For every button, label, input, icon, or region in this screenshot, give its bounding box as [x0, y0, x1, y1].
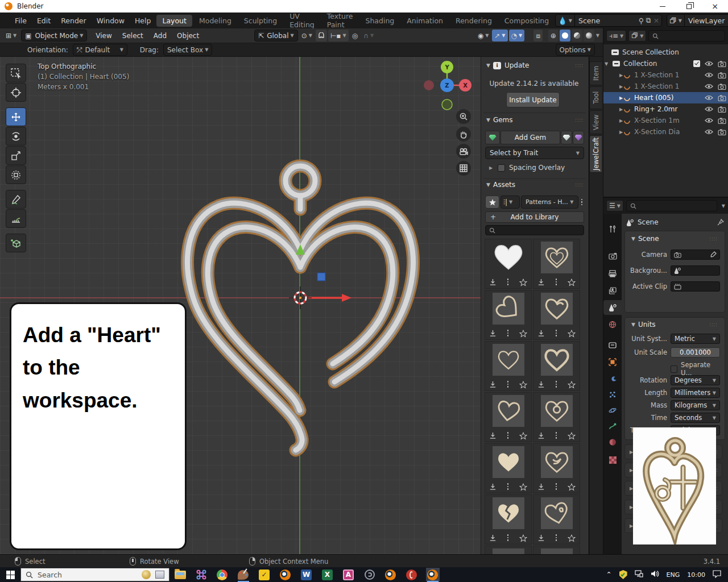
active-clip-field[interactable]	[671, 281, 720, 292]
measure-tool[interactable]	[6, 209, 26, 228]
asset-heart-solid-3d[interactable]	[485, 239, 532, 289]
menu-help[interactable]: Help	[130, 13, 156, 28]
shading-rendered-button[interactable]	[584, 30, 594, 41]
transform-orientation-dropdown[interactable]: ⇱ Global▼	[254, 30, 298, 41]
hide-eye-icon[interactable]	[705, 72, 713, 78]
render-camera-icon[interactable]	[718, 61, 726, 67]
camera-field[interactable]	[671, 250, 720, 260]
select-box-tool[interactable]	[6, 64, 26, 82]
outliner-search-input[interactable]	[648, 30, 725, 41]
menu-render[interactable]: Render	[56, 13, 92, 28]
xray-toggle[interactable]: ⧈	[533, 30, 543, 41]
asset-menu-dots[interactable]	[556, 278, 557, 286]
outliner-row-ring[interactable]: ▶Ring+ 2.0mr	[603, 103, 728, 115]
update-panel-header[interactable]: ▼ i Update ::::	[483, 61, 587, 69]
outliner-row-collection[interactable]: ▼ Collection	[603, 58, 728, 69]
tab-world-props[interactable]	[603, 317, 622, 332]
render-camera-icon[interactable]	[718, 129, 726, 135]
panel-grip[interactable]: ::::	[575, 118, 584, 123]
close-button[interactable]: ×	[702, 0, 728, 13]
orientation-default-dropdown[interactable]: ⤱ Default▼	[73, 44, 127, 56]
hide-eye-icon[interactable]	[705, 61, 713, 66]
tab-physics-props[interactable]	[603, 403, 622, 418]
show-gizmo-toggle[interactable]: ↗▼	[492, 30, 507, 41]
camera-view-button[interactable]	[456, 144, 471, 159]
shading-dropdown[interactable]: ▼	[596, 33, 599, 38]
transform-tool[interactable]	[6, 165, 26, 184]
menu-object[interactable]: Object	[172, 32, 204, 40]
gem-purple-icon[interactable]	[573, 131, 584, 144]
mode-dropdown[interactable]: ▣ Object Mode▼	[21, 30, 87, 41]
background-scene-field[interactable]	[671, 265, 720, 276]
taskbar-command-icon[interactable]	[195, 568, 208, 581]
workspace-tab-rendering[interactable]: Rendering	[450, 15, 498, 27]
workspace-tab-compositing[interactable]: Compositing	[499, 15, 555, 27]
viewlayer-name[interactable]: ViewLayer	[685, 16, 728, 25]
mass-dropdown[interactable]: Kilograms▼	[671, 400, 720, 410]
asset-heart-brush[interactable]	[533, 341, 580, 391]
asset-menu-dots[interactable]	[556, 483, 557, 491]
asset-heart-swirl[interactable]	[533, 290, 580, 340]
rotation-dropdown[interactable]: Degrees▼	[671, 375, 720, 385]
unit-scale-field[interactable]: 0.001000	[671, 347, 720, 357]
taskbar-media-red-icon[interactable]	[405, 568, 419, 581]
properties-editor-type-dropdown[interactable]: ☰▼	[606, 200, 623, 211]
eyedropper-icon[interactable]	[710, 251, 717, 258]
taskbar-todo-check-icon[interactable]: ✓	[258, 568, 271, 581]
taskbar-chrome-icon[interactable]	[216, 568, 229, 581]
asset-menu-dots[interactable]	[556, 534, 557, 542]
pin-icon[interactable]: ⚲	[639, 16, 644, 25]
asset-partial[interactable]	[485, 546, 532, 554]
taskbar-blender-icon[interactable]	[279, 568, 292, 581]
add-to-library-button[interactable]: +Add to Library	[485, 211, 584, 223]
asset-heart-swirl-2[interactable]	[533, 443, 580, 493]
rotate-tool[interactable]	[6, 127, 26, 146]
spacing-overlay-row[interactable]: ▶ Spacing Overlay	[488, 164, 565, 172]
outliner-editor-type-dropdown[interactable]: ⫞≡▼	[606, 30, 626, 41]
library-type-dropdown[interactable]: ⫶|▼	[500, 196, 520, 209]
tray-clock[interactable]: 10:00	[687, 571, 705, 579]
scene-name[interactable]: Scene	[575, 16, 639, 25]
asset-heart-solid[interactable]	[485, 443, 532, 493]
separate-units-checkbox[interactable]	[671, 365, 677, 373]
workspace-tab-sculpting[interactable]: Sculpting	[238, 15, 283, 27]
tab-scene-props[interactable]	[603, 300, 622, 315]
tray-network-icon[interactable]	[635, 570, 643, 579]
tray-language[interactable]: ENG	[667, 571, 680, 579]
outliner-row-heart[interactable]: ▶Heart (005)	[603, 92, 728, 103]
panel-grip[interactable]: ::::	[575, 182, 584, 188]
hide-eye-icon[interactable]	[705, 129, 713, 135]
unit-system-dropdown[interactable]: Metric▼	[671, 334, 720, 344]
tab-jewelcraft[interactable]: JewelCraft	[589, 135, 602, 173]
tab-tool-props[interactable]	[603, 222, 622, 236]
spacing-overlay-checkbox[interactable]	[498, 164, 505, 172]
proportional-editing-icon[interactable]: ◎	[350, 30, 360, 41]
hide-eye-icon[interactable]	[705, 118, 713, 123]
tab-particle-props[interactable]	[603, 387, 622, 402]
hide-eye-icon[interactable]	[705, 95, 713, 101]
library-dropdown[interactable]: Patterns - H...▼	[521, 196, 578, 209]
navigation-gizmo[interactable]: Y Z X	[421, 59, 473, 111]
asset-menu-dots[interactable]	[507, 483, 509, 491]
scene-panel-header[interactable]: ▼Scene::::	[625, 235, 725, 243]
workspace-tab-modeling[interactable]: Modeling	[193, 15, 237, 27]
asset-heart-curl[interactable]	[533, 494, 580, 544]
snap-magnet-icon[interactable]	[316, 30, 327, 41]
render-camera-icon[interactable]	[718, 95, 726, 101]
asset-heart-broken[interactable]	[485, 494, 532, 544]
workspace-tab-animation[interactable]: Animation	[401, 15, 449, 27]
tab-view[interactable]: View	[589, 110, 602, 134]
pivot-point-dropdown[interactable]: ⊙▼	[299, 30, 315, 41]
menu-file[interactable]: File	[10, 13, 32, 28]
asset-heart-double-outline[interactable]	[533, 239, 580, 289]
gem-green-icon[interactable]	[485, 131, 500, 144]
tab-object-props[interactable]	[603, 355, 622, 369]
render-camera-icon[interactable]	[718, 84, 726, 90]
outliner-display-mode-dropdown[interactable]: 🗇▼	[628, 30, 646, 41]
tab-material-props[interactable]	[603, 435, 622, 450]
menu-add[interactable]: Add	[148, 32, 172, 40]
asset-heart-outline-2[interactable]	[485, 392, 532, 442]
tab-render-props[interactable]	[603, 249, 622, 264]
tab-object-data-props[interactable]	[603, 419, 622, 434]
taskbar-access-icon[interactable]: A	[342, 568, 355, 581]
